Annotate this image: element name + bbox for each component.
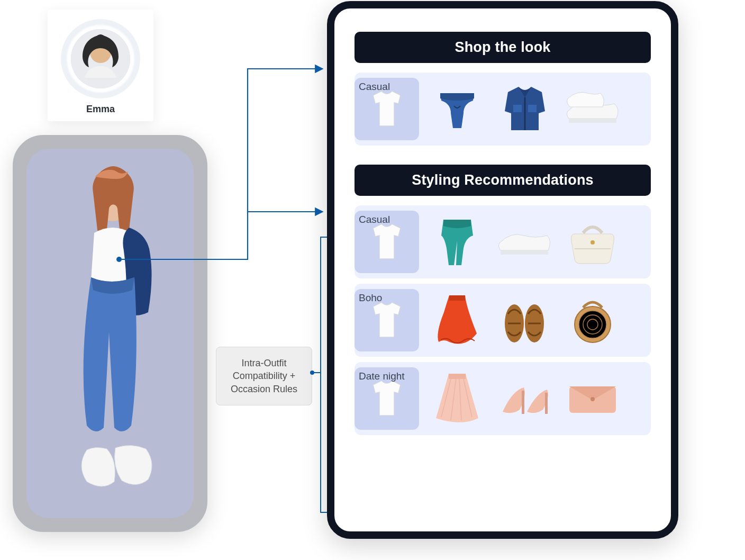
avatar-ring [61, 19, 140, 98]
pink-clutch-icon [563, 369, 622, 428]
look-tag: Boho [355, 289, 419, 351]
look-row-boho: Boho [355, 284, 651, 357]
svg-rect-16 [522, 391, 524, 414]
phone-frame [13, 135, 207, 532]
shop-the-look-header: Shop the look [355, 32, 651, 63]
avatar [71, 29, 130, 88]
pink-skirt-icon [428, 369, 487, 428]
tag-label: Casual [359, 81, 390, 93]
teal-jeans-icon [428, 212, 487, 272]
tag-label: Date night [359, 371, 405, 382]
rules-box: Intra-Outfit Compatibility + Occasion Ru… [216, 347, 312, 405]
tshirt-icon [368, 88, 406, 130]
white-sneakers-icon [563, 79, 622, 139]
avatar-name: Emma [58, 104, 143, 115]
svg-rect-5 [528, 105, 537, 112]
styling-recommendations-section: Styling Recommendations Casual [355, 165, 651, 435]
shop-the-look-section: Shop the look Casual [355, 32, 651, 146]
pink-heels-icon [495, 369, 555, 428]
look-row-casual: Casual [355, 73, 651, 146]
outfit-photo [26, 149, 194, 518]
white-bag-icon [563, 212, 622, 272]
tshirt-icon [368, 377, 406, 420]
svg-rect-17 [545, 393, 548, 414]
look-tag: Casual [355, 78, 419, 140]
styling-recommendations-header: Styling Recommendations [355, 165, 651, 196]
look-row-casual-2: Casual [355, 205, 651, 278]
rules-text: Intra-Outfit Compatibility + Occasion Ru… [231, 358, 297, 394]
jeans-icon [428, 79, 487, 139]
orange-skirt-icon [428, 291, 487, 350]
tag-label: Boho [359, 292, 382, 304]
svg-point-8 [590, 240, 595, 245]
white-sneakers-icon [495, 212, 555, 272]
phone-screen [26, 149, 194, 518]
denim-jacket-icon [495, 79, 555, 139]
sandals-icon [495, 291, 555, 350]
look-tag: Date night [355, 367, 419, 430]
look-tag: Casual [355, 211, 419, 273]
round-bag-icon [563, 291, 622, 350]
svg-rect-4 [513, 105, 522, 112]
avatar-card: Emma [48, 10, 153, 121]
svg-point-15 [587, 319, 598, 330]
svg-rect-7 [501, 250, 548, 255]
tablet-frame: Shop the look Casual [327, 1, 678, 539]
tshirt-icon [368, 299, 406, 341]
tshirt-icon [368, 221, 406, 263]
tag-label: Casual [359, 214, 390, 225]
look-row-date-night: Date night [355, 362, 651, 435]
svg-point-19 [590, 397, 595, 401]
